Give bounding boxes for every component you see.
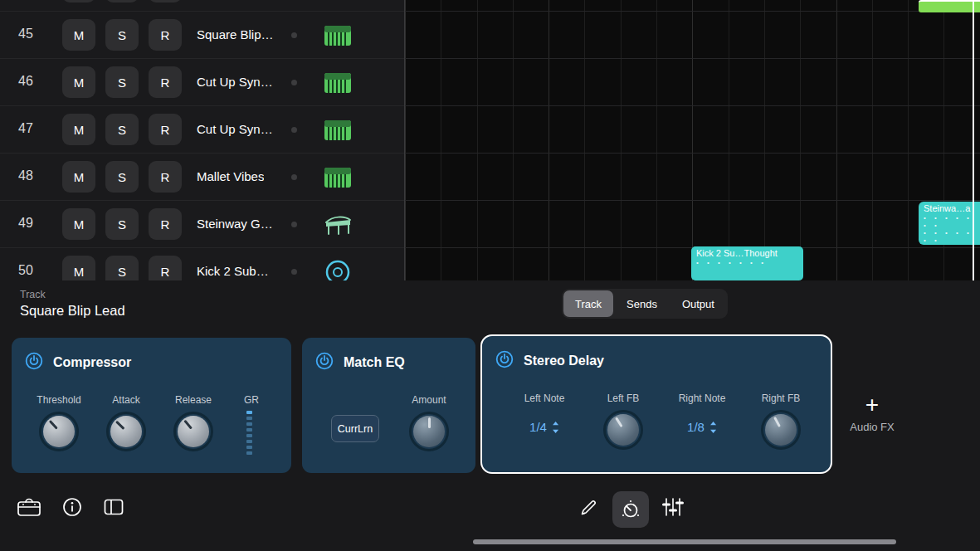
plugin-panel-stereo-delay[interactable]: Stereo Delay Left Note Left FB Right Not… bbox=[480, 334, 832, 474]
track-status-dot bbox=[291, 127, 297, 133]
clip-note-dots: • • • • • • • bbox=[924, 229, 975, 244]
stepper-arrows-icon bbox=[552, 421, 559, 434]
plugins-inspector: Track Square Blip Lead Track Sends Outpu… bbox=[0, 280, 980, 551]
track-status-dot bbox=[291, 174, 297, 180]
track-row[interactable]: 45 M S R Square Blip… bbox=[0, 12, 404, 59]
power-icon[interactable] bbox=[315, 352, 334, 373]
mute-button[interactable]: M bbox=[62, 256, 95, 280]
clip-label: Kick 2 Su…Thought bbox=[696, 248, 798, 259]
power-icon[interactable] bbox=[495, 350, 514, 372]
inspector-section-label: Track bbox=[20, 289, 46, 300]
amp-button[interactable] bbox=[17, 495, 41, 521]
smart-controls-knob-icon bbox=[620, 499, 641, 520]
right-fb-label: Right FB bbox=[762, 393, 801, 404]
add-audio-fx-button[interactable]: + Audio FX bbox=[839, 394, 905, 433]
track-row[interactable]: 47 M S R Cut Up Syn… bbox=[0, 106, 404, 154]
row-separator bbox=[0, 153, 980, 154]
record-button[interactable]: R bbox=[149, 208, 182, 240]
sidebar-panel-icon bbox=[103, 496, 124, 518]
plugin-panel-match-eq[interactable]: Match EQ Amount CurrLrn bbox=[302, 338, 475, 473]
track-number: 47 bbox=[18, 121, 33, 136]
solo-button[interactable] bbox=[105, 0, 139, 2]
threshold-knob[interactable] bbox=[39, 412, 79, 451]
track-row[interactable]: 49 M S R Steinway G… bbox=[0, 201, 404, 248]
left-note-label: Left Note bbox=[524, 393, 565, 404]
solo-button[interactable]: S bbox=[105, 66, 139, 98]
smart-controls-button[interactable] bbox=[612, 491, 649, 528]
left-note-stepper[interactable]: 1/4 bbox=[529, 420, 559, 434]
left-fb-knob[interactable] bbox=[603, 410, 643, 450]
info-button[interactable] bbox=[61, 496, 83, 520]
gain-reduction-meter bbox=[246, 411, 253, 461]
mute-button[interactable]: M bbox=[62, 208, 95, 240]
track-row[interactable]: 48 M S R Mallet Vibes bbox=[0, 154, 404, 201]
inspector-track-name: Square Blip Lead bbox=[20, 303, 125, 319]
tab-track[interactable]: Track bbox=[563, 290, 613, 317]
row-separator bbox=[0, 58, 980, 59]
arrange-area: 45 M S R Square Blip… 46 M S R Cut Up Sy… bbox=[0, 0, 980, 280]
record-button[interactable]: R bbox=[149, 66, 182, 98]
horizontal-scrollbar[interactable] bbox=[473, 539, 896, 544]
timeline-grid[interactable] bbox=[405, 0, 980, 280]
plugin-title: Stereo Delay bbox=[524, 354, 604, 368]
stepper-arrows-icon bbox=[709, 421, 717, 434]
plus-icon: + bbox=[839, 394, 905, 416]
track-name: Mallet Vibes bbox=[197, 169, 264, 183]
track-status-dot bbox=[291, 222, 297, 227]
solo-button[interactable]: S bbox=[105, 161, 139, 193]
tracklist-timeline-divider bbox=[404, 0, 405, 280]
pencil-icon bbox=[578, 498, 598, 518]
clip-note-dots: • • • • • • • bbox=[696, 259, 798, 266]
bottom-toolbar bbox=[0, 485, 980, 538]
mixer-button[interactable] bbox=[662, 496, 684, 520]
left-note-value: 1/4 bbox=[529, 420, 547, 434]
right-note-value: 1/8 bbox=[687, 420, 705, 434]
synth-icon bbox=[322, 115, 353, 145]
current-learn-button[interactable]: CurrLrn bbox=[331, 415, 379, 442]
mute-button[interactable] bbox=[62, 0, 95, 2]
record-button[interactable]: R bbox=[149, 19, 182, 51]
solo-button[interactable]: S bbox=[105, 114, 139, 145]
inspector-tab-bar: Track Sends Output bbox=[562, 289, 728, 319]
mute-button[interactable]: M bbox=[62, 114, 95, 145]
mute-button[interactable]: M bbox=[62, 66, 95, 98]
region-clip[interactable]: Kick 2 Su…Thought • • • • • • • bbox=[691, 246, 803, 280]
solo-button[interactable]: S bbox=[105, 19, 139, 51]
attack-label: Attack bbox=[112, 394, 139, 406]
power-icon[interactable] bbox=[25, 352, 43, 373]
record-button[interactable] bbox=[149, 0, 182, 2]
right-fb-knob[interactable] bbox=[761, 410, 801, 450]
synth-icon bbox=[322, 21, 353, 51]
track-header-list: 45 M S R Square Blip… 46 M S R Cut Up Sy… bbox=[0, 0, 404, 280]
pencil-edit-button[interactable] bbox=[578, 498, 598, 520]
playhead[interactable] bbox=[973, 0, 974, 280]
gr-label: GR bbox=[244, 394, 259, 406]
tab-output[interactable]: Output bbox=[670, 290, 726, 317]
mute-button[interactable]: M bbox=[62, 161, 95, 193]
plugin-panel-compressor[interactable]: Compressor Threshold Attack Release GR bbox=[12, 338, 291, 473]
track-row[interactable] bbox=[0, 0, 404, 11]
track-name: Square Blip… bbox=[197, 27, 274, 41]
region-clip[interactable]: Steinwa…a • • • • • • • • • • • • • • bbox=[919, 202, 980, 245]
mute-button[interactable]: M bbox=[62, 19, 95, 51]
clip-note-dots: • • • • • • • bbox=[924, 214, 975, 229]
record-button[interactable]: R bbox=[149, 114, 182, 145]
solo-button[interactable]: S bbox=[105, 208, 139, 240]
region-clip-partial[interactable] bbox=[919, 0, 980, 12]
solo-button[interactable]: S bbox=[105, 256, 139, 280]
tab-sends[interactable]: Sends bbox=[615, 290, 669, 317]
row-separator bbox=[0, 247, 980, 248]
track-number: 49 bbox=[18, 216, 33, 231]
release-label: Release bbox=[175, 394, 212, 406]
track-row[interactable]: 46 M S R Cut Up Syn… bbox=[0, 59, 404, 106]
amount-knob[interactable] bbox=[409, 412, 449, 451]
record-button[interactable]: R bbox=[149, 256, 182, 280]
amount-label: Amount bbox=[412, 394, 446, 406]
record-button[interactable]: R bbox=[149, 161, 182, 193]
track-row[interactable]: 50 M S R Kick 2 Sub… bbox=[0, 248, 404, 280]
attack-knob[interactable] bbox=[106, 412, 146, 451]
right-note-stepper[interactable]: 1/8 bbox=[687, 420, 717, 434]
sidebar-toggle-button[interactable] bbox=[103, 496, 124, 520]
synth-icon bbox=[322, 68, 353, 98]
release-knob[interactable] bbox=[173, 412, 213, 451]
